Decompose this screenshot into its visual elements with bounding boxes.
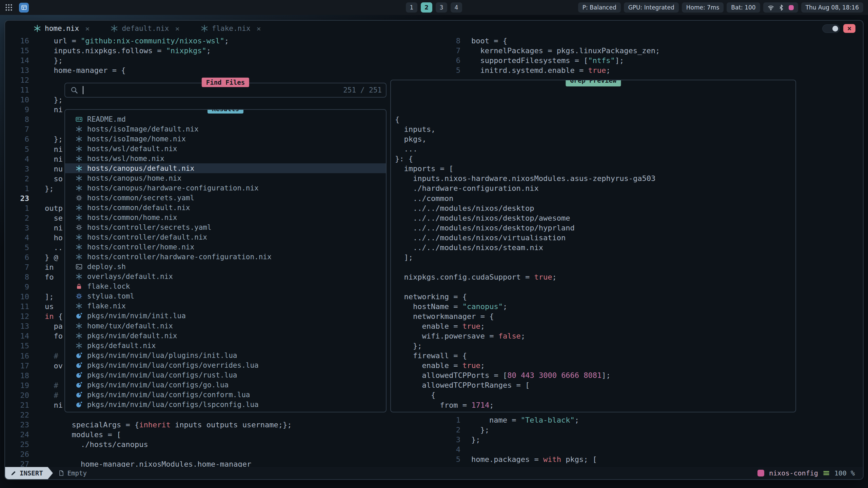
result-item[interactable]: deploy.sh [65,262,386,272]
result-label: hosts/common/home.nix [87,214,177,222]
result-item[interactable]: hosts/common/secrets.yaml [65,193,386,203]
preview-line: ../../modules/nixos/virtualisation [395,233,795,243]
code-line[interactable]: 23 specialArgs = {inherit inputs outputs… [5,420,446,430]
line-text [29,371,45,381]
result-item[interactable]: pkgs/nvim/nvim/lua/configs/overrides.lua [65,360,386,370]
result-label: README.md [87,115,126,123]
code-line[interactable]: 16 url = "github:nix-community/nixos-wsl… [5,36,446,46]
code-line[interactable]: 13 home-manager = { [5,65,446,75]
app-icon[interactable] [19,3,29,13]
tab-close-icon[interactable]: × [175,24,179,33]
code-line[interactable]: 5 initrd.systemd.enable = true; [446,65,863,75]
line-number: 1 [5,184,29,194]
result-item[interactable]: hosts/canopus/default.nix [65,163,386,173]
line-text: kernelPackages = pkgs.linuxPackages_zen; [460,46,660,56]
workspace-2[interactable]: 2 [421,2,432,13]
line-number: 15 [5,46,29,56]
tabs: home.nix×default.nix×flake.nix× [34,24,282,33]
result-item[interactable]: pkgs/nvim/nvim/lua/configs/rust.lua [65,370,386,380]
line-number: 11 [5,85,29,95]
result-item[interactable]: hosts/canopus/hardware-configuration.nix [65,183,386,193]
result-label: hosts/canopus/hardware-configuration.nix [87,184,259,192]
window-close-button[interactable]: × [843,24,855,33]
markdown-icon [75,116,83,123]
code-line[interactable]: 24 modules = [ [5,430,446,440]
line-number: 8 [446,36,460,46]
line-number: 21 [5,400,29,410]
result-item[interactable]: pkgs/default.nix [65,341,386,350]
code-line[interactable]: 3}; [446,435,863,445]
line-text [29,194,45,203]
result-item[interactable]: pkgs/nvim/nvim/lua/configs/conform.lua [65,390,386,400]
line-text: }; [29,184,54,194]
result-item[interactable]: home/tux/default.nix [65,321,386,331]
topbar-left [5,3,29,13]
result-item[interactable]: README.md [65,114,386,124]
result-item[interactable]: hosts/isoImage/default.nix [65,124,386,134]
code-line[interactable]: 25 ./hosts/canopus [5,440,446,449]
line-text: ni [29,154,63,164]
code-line[interactable]: 2 }; [446,425,863,435]
result-item[interactable]: overlays/default.nix [65,272,386,282]
code-line[interactable]: 14 }; [5,56,446,65]
line-text: initrd.systemd.enable = true; [460,65,611,75]
tab-close-icon[interactable]: × [85,24,90,33]
line-number: 5 [5,243,29,252]
editor-pane-right-bottom[interactable]: 1 name = "Tela-black";2 };3};45home.pack… [446,415,863,464]
result-item[interactable]: pkgs/nvim/nvim/lua/configs/go.lua [65,380,386,390]
results-list: README.mdhosts/isoImage/default.nixhosts… [65,114,386,409]
workspace-4[interactable]: 4 [451,2,462,13]
result-item[interactable]: hosts/common/home.nix [65,212,386,222]
line-text: } @ [29,252,58,262]
line-number: 16 [5,351,29,361]
tab-default.nix[interactable]: default.nix× [111,24,179,33]
result-item[interactable]: stylua.toml [65,291,386,301]
code-line[interactable]: 8boot = { [446,36,863,46]
workspace-3[interactable]: 3 [436,2,447,13]
code-line[interactable]: 5home.packages = with pkgs; [ [446,454,863,464]
result-item[interactable]: hosts/canopus/home.nix [65,173,386,183]
result-item[interactable]: hosts/controller/home.nix [65,242,386,252]
tab-close-icon[interactable]: × [257,24,261,33]
file-indicator: Empty [58,469,87,477]
result-label: overlays/default.nix [87,272,173,281]
result-item[interactable]: flake.nix [65,301,386,311]
workspace-1[interactable]: 1 [406,2,417,13]
tab-flake.nix[interactable]: flake.nix× [201,24,261,33]
line-number: 23 [5,194,29,203]
result-item[interactable]: hosts/common/default.nix [65,203,386,212]
result-label: hosts/wsl/home.nix [87,155,164,163]
find-files-popup[interactable]: Find Files 251 / 251 [64,83,387,98]
line-text: .. [29,243,63,252]
code-line[interactable]: 1 name = "Tela-black"; [446,415,863,425]
code-line[interactable]: 4 [446,445,863,454]
result-item[interactable]: pkgs/nvim/nvim/lua/configs/lspconfig.lua [65,400,386,409]
result-item[interactable]: hosts/isoImage/home.nix [65,134,386,144]
preview-line: inputs.nixos-hardware.nixosModules.asus-… [395,174,795,183]
result-item[interactable]: flake.lock [65,282,386,291]
result-item[interactable]: hosts/controller/default.nix [65,232,386,242]
result-item[interactable]: pkgs/nvim/nvim/lua/plugins/init.lua [65,350,386,360]
result-item[interactable]: hosts/wsl/default.nix [65,144,386,154]
line-text: # [29,351,58,361]
code-line[interactable]: 6 supportedFilesystems = ["ntfs"]; [446,56,863,65]
theme-toggle[interactable] [822,24,840,33]
result-item[interactable]: hosts/controller/secrets.yaml [65,223,386,232]
line-number: 3 [5,223,29,233]
result-item[interactable]: pkgs/nvim/default.nix [65,331,386,341]
launcher-icon[interactable] [5,3,13,12]
result-item[interactable]: hosts/wsl/home.nix [65,154,386,163]
result-item[interactable]: hosts/controller/hardware-configuration.… [65,252,386,262]
line-text [29,124,45,134]
topbar-module: P: Balanced [578,2,621,13]
editor-pane-right-top[interactable]: 8boot = {7 kernelPackages = pkgs.linuxPa… [446,36,863,75]
result-label: hosts/common/secrets.yaml [87,194,194,202]
code-line[interactable]: 15 inputs.nixpkgs.follows = "nixpkgs"; [5,46,446,56]
code-line[interactable]: 26 [5,449,446,459]
code-line[interactable]: 7 kernelPackages = pkgs.linuxPackages_ze… [446,46,863,56]
grep-preview-popup: Grep Preview { inputs, pkgs, ...}: { imp… [390,80,796,412]
project-label: nixos-config [769,469,818,477]
result-item[interactable]: pkgs/nvim/nvim/init.lua [65,311,386,321]
editor-window: home.nix×default.nix×flake.nix× × 16 url… [4,20,864,480]
tab-home.nix[interactable]: home.nix× [34,24,90,33]
